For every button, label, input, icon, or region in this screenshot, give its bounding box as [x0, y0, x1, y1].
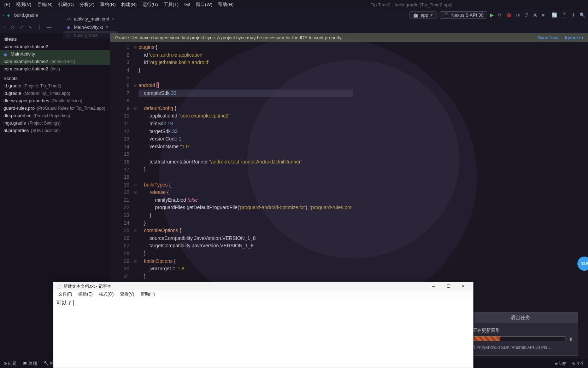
tree-label: dle-wrapper.properties — [4, 98, 49, 103]
close-button[interactable]: ✕ — [456, 282, 470, 290]
notepad-icon: 📄 — [56, 284, 61, 289]
device-selector[interactable]: Nexus S API 30 — [440, 11, 487, 19]
xml-icon — [67, 16, 72, 21]
run-config-selector[interactable]: app ▾ — [409, 11, 437, 19]
tree-hint: (test) — [50, 67, 60, 71]
notepad-menu[interactable]: 文件(F)编辑(E)格式(O)查看(V)帮助(H) — [53, 291, 473, 298]
menu-item[interactable]: (E) — [1, 2, 13, 7]
tree-hint: (Project Settings) — [28, 121, 61, 126]
notepad-window[interactable]: 📄 新建文本文档.txt - 记事本 ─ ☐ ✕ 文件(F)编辑(E)格式(O)… — [53, 282, 474, 368]
sync-now-link[interactable]: Sync Now — [538, 35, 559, 40]
tree-item[interactable]: al.properties (SDK Location) — [0, 127, 110, 134]
phone-icon — [443, 12, 449, 18]
tree-item[interactable]: ings.gradle (Project Settings) — [0, 119, 110, 127]
notepad-menu-item[interactable]: 查看(V) — [117, 291, 137, 298]
tree-label: guard-rules.pro — [4, 105, 35, 111]
expand-icon[interactable]: ⤢ — [19, 24, 23, 30]
tree-hint: (ProGuard Rules for Tip_Time2.app) — [37, 106, 105, 111]
coverage-icon[interactable]: ◔ — [516, 12, 520, 18]
editor-tab[interactable]: activity_main.xml× — [63, 15, 118, 23]
menu-item[interactable]: 窗口(W) — [193, 2, 215, 7]
tree-item[interactable]: Scripts — [0, 75, 110, 82]
collapse-icon[interactable]: ⤡ — [28, 24, 32, 30]
pause-task-icon[interactable]: ⏸ — [569, 335, 574, 343]
tree-item[interactable]: ld.gradle (Project: Tip_Time2) — [0, 82, 110, 90]
minimize-icon[interactable]: — — [47, 24, 51, 30]
notepad-body[interactable]: 可以了 — [53, 298, 473, 308]
menu-item[interactable]: 构建(B) — [118, 2, 139, 7]
tree-item[interactable]: ld.gradle (Module: Tip_Time2.app) — [0, 90, 110, 97]
tree-item[interactable]: nifests — [0, 35, 110, 43]
tree-label: ings.gradle — [4, 120, 26, 126]
device-name: Nexus S API 30 — [451, 12, 483, 18]
target-icon[interactable]: ◎ — [11, 24, 14, 30]
layout-tab[interactable]: ≣ Lay — [554, 361, 566, 367]
tree-item[interactable]: com.example.tiptime2 (androidTest) — [0, 58, 110, 65]
window-title: Tip Time2 - build.gradle [Tip_Time2.app] — [236, 2, 587, 7]
menu-item[interactable]: 帮助(H) — [215, 2, 236, 7]
menu-item[interactable]: Git — [181, 2, 193, 7]
menu-item[interactable]: 代码(C) — [55, 2, 77, 7]
tree-item[interactable]: guard-rules.pro (ProGuard Rules for Tip_… — [0, 104, 110, 112]
close-tab-icon[interactable]: × — [112, 16, 114, 21]
tree-item[interactable]: dle-wrapper.properties (Gradle Version) — [0, 97, 110, 104]
tree-label: dle.properties — [4, 113, 31, 118]
tree-hint: (SDK Location) — [31, 128, 60, 133]
sdk-icon[interactable]: ⬇ — [571, 12, 575, 18]
debug-icon[interactable]: 🐞 — [506, 12, 512, 18]
avd-icon[interactable]: 📱 — [561, 12, 567, 18]
notepad-menu-item[interactable]: 格式(O) — [96, 291, 116, 298]
tree-item[interactable]: com.example.tiptime2 (test) — [0, 65, 110, 73]
tree-item[interactable]: com.example.tiptime2 — [0, 43, 110, 50]
sync-icon[interactable]: 🔄 — [552, 12, 557, 18]
stop-icon[interactable]: ■ — [542, 12, 545, 18]
run-icon[interactable]: ▶ — [490, 12, 494, 18]
notepad-menu-item[interactable]: 编辑(E) — [76, 291, 95, 298]
notepad-content: 可以了 — [56, 300, 72, 306]
terminal-tab[interactable]: ▣ 终端 — [23, 361, 37, 367]
task-detail: 正在为Android SDK 'Android API 33 Pla… — [472, 344, 574, 352]
notepad-title: 新建文本文档.txt - 记事本 — [64, 283, 111, 289]
attach-icon[interactable]: ⮝ — [533, 12, 537, 18]
menu-item[interactable]: 重构(R) — [97, 2, 118, 7]
gradle-icon — [7, 12, 12, 17]
profile-icon[interactable]: ⏱ — [524, 12, 529, 18]
close-tab-icon[interactable]: × — [106, 24, 108, 29]
breadcrumb[interactable]: build.gradle — [7, 12, 38, 18]
tree-item[interactable]: MainActivity — [0, 50, 110, 58]
menu-item[interactable]: 分析(Z) — [77, 2, 98, 7]
menu-item[interactable]: 视图(V) — [13, 2, 34, 7]
ignore-link[interactable]: Ignore th — [565, 35, 583, 40]
breadcrumb-file: build.gradle — [14, 12, 38, 18]
progress-bar — [472, 336, 565, 341]
android-icon — [413, 12, 418, 18]
menu-item[interactable]: 工具(T) — [161, 2, 182, 7]
search-icon[interactable]: 🔍 — [580, 12, 585, 18]
minimize-button[interactable]: ─ — [427, 282, 441, 290]
tree-item[interactable]: dle.properties (Project Properties) — [0, 112, 110, 119]
task-status: 正在更新索引 — [472, 327, 574, 334]
kotlin-icon — [4, 52, 8, 57]
apply-changes-icon[interactable]: ⟳ — [498, 12, 502, 18]
tree-hint: (Project: Tip_Time2) — [23, 84, 61, 88]
notepad-titlebar[interactable]: 📄 新建文本文档.txt - 记事本 ─ ☐ ✕ — [53, 282, 473, 291]
cursor-pos: -8 4 个 — [572, 361, 584, 367]
tree-hint: (Gradle Version) — [51, 98, 82, 103]
more-icon[interactable]: ⋮ — [37, 24, 42, 30]
menubar: (E)视图(V)导航(N)代码(C)分析(Z)重构(R)构建(B)运行(U)工具… — [0, 0, 588, 9]
notepad-menu-item[interactable]: 文件(F) — [55, 291, 75, 298]
tree-label: com.example.tiptime2 — [4, 59, 48, 64]
menu-item[interactable]: 运行(U) — [140, 2, 161, 7]
chevron-left-icon[interactable]: ‹ — [4, 24, 6, 30]
tree-label: al.properties — [4, 128, 29, 133]
chevron-icon[interactable]: › — [3, 12, 4, 18]
notepad-menu-item[interactable]: 帮助(H) — [138, 291, 158, 298]
menu-item[interactable]: 导航(N) — [34, 2, 55, 7]
editor-tab[interactable]: MainActivity.kt× — [63, 23, 118, 31]
minimize-task-icon[interactable]: — — [569, 314, 574, 322]
maximize-button[interactable]: ☐ — [441, 282, 455, 290]
task-panel-title: 后台任务 — [472, 314, 569, 322]
problems-tab[interactable]: ⊘ 问题 — [4, 361, 17, 367]
background-tasks-panel: 后台任务 — 正在更新索引 ⏸ 正在为Android SDK 'Android … — [468, 312, 578, 356]
tree-label: com.example.tiptime2 — [4, 44, 48, 49]
